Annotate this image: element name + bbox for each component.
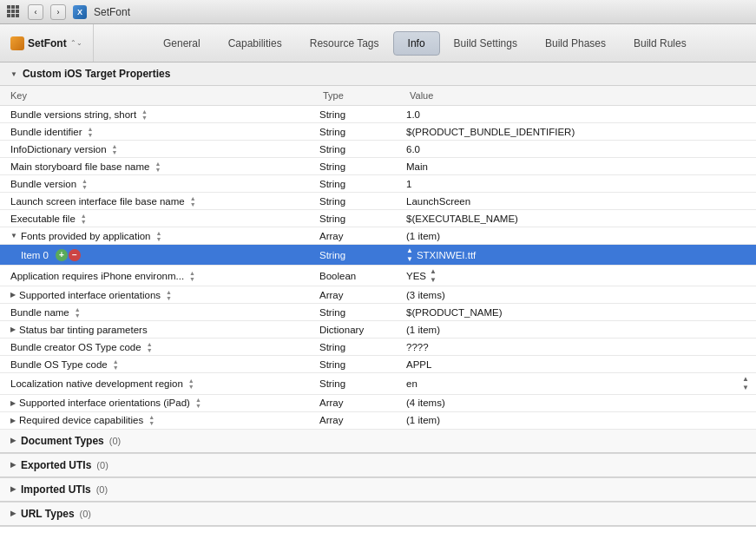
exported-utis-header[interactable]: ▶ Exported UTIs (0) [0, 454, 756, 477]
key-cell: ▶ Supported interface orientations ▲▼ [0, 287, 312, 303]
table-row[interactable]: ▼ Fonts provided by application ▲▼ Array… [0, 227, 756, 245]
table-row[interactable]: ▶ Supported interface orientations (iPad… [0, 395, 756, 412]
key-cell: Bundle versions string, short ▲▼ [0, 107, 312, 122]
tab-resource-tags[interactable]: Resource Tags [296, 31, 393, 56]
table-row[interactable]: ▶ Supported interface orientations ▲▼ Ar… [0, 286, 756, 304]
value-cell: (1 item) [399, 413, 756, 427]
table-row[interactable]: Launch screen interface file base name ▲… [0, 193, 756, 210]
value-cell: Main [399, 160, 756, 174]
value-cell: $(PRODUCT_BUNDLE_IDENTIFIER) [399, 125, 756, 139]
table-row[interactable]: Bundle creator OS Type code ▲▼ String ??… [0, 339, 756, 356]
header-key: Key [0, 89, 312, 102]
value-cell: (4 items) [399, 396, 756, 410]
table-row-selected[interactable]: Item 0 + − String ▲▼ STXINWEI.ttf [0, 245, 756, 266]
expand-row-icon: ▼ [10, 232, 17, 240]
project-chevron-icon: ⌃⌄ [70, 39, 82, 47]
sort-arrows-icon: ▲▼ [189, 270, 195, 282]
table-row[interactable]: ▶ Required device capabilities ▲▼ Array … [0, 412, 756, 430]
table-row[interactable]: ▶ Status bar tinting parameters Dictiona… [0, 321, 756, 339]
key-cell: InfoDictionary version ▲▼ [0, 141, 312, 157]
imported-utis-section: ▶ Imported UTIs (0) [0, 478, 756, 503]
value-cell: $(PRODUCT_NAME) [399, 306, 756, 319]
value-cell: APPL [399, 358, 756, 371]
imported-utis-header[interactable]: ▶ Imported UTIs (0) [0, 478, 756, 502]
value-cell: en ▲▼ [399, 373, 756, 393]
project-name: SetFont [28, 37, 67, 49]
key-cell: Executable file ▲▼ [0, 211, 312, 227]
key-cell: Item 0 + − [0, 247, 312, 263]
sort-arrows-icon: ▲▼ [82, 178, 88, 190]
value-cell: LaunchScreen [399, 194, 756, 208]
type-cell: String [312, 194, 399, 208]
sort-arrows-icon: ▲▼ [154, 161, 161, 173]
type-cell: String [312, 377, 399, 391]
key-cell: Main storyboard file base name ▲▼ [0, 159, 312, 174]
table-row[interactable]: InfoDictionary version ▲▼ String 6.0 [0, 141, 756, 158]
table-row[interactable]: Bundle versions string, short ▲▼ String … [0, 106, 756, 123]
key-cell: Bundle version ▲▼ [0, 176, 312, 192]
grid-icon[interactable] [7, 5, 21, 19]
table-row[interactable]: Bundle name ▲▼ String $(PRODUCT_NAME) [0, 304, 756, 321]
value-stepper-icon[interactable]: ▲▼ [742, 375, 749, 391]
key-cell: Application requires iPhone environm... … [0, 268, 312, 284]
type-cell: Array [312, 396, 399, 410]
table-row[interactable]: Bundle version ▲▼ String 1 [0, 175, 756, 193]
document-types-header[interactable]: ▶ Document Types (0) [0, 430, 756, 453]
type-cell: Boolean [312, 269, 399, 283]
sort-arrows-icon: ▲▼ [87, 126, 93, 138]
url-types-header[interactable]: ▶ URL Types (0) [0, 503, 756, 526]
value-cell: 6.0 [399, 142, 756, 156]
key-cell: Bundle name ▲▼ [0, 305, 312, 320]
window-controls [7, 5, 21, 19]
table-row[interactable]: Bundle identifier ▲▼ String $(PRODUCT_BU… [0, 123, 756, 141]
value-cell: YES ▲▼ [399, 266, 756, 286]
sort-arrows-icon: ▲▼ [112, 143, 118, 155]
forward-button[interactable]: › [50, 4, 66, 20]
expand-icon: ▼ [10, 70, 17, 78]
tab-bar: General Capabilities Resource Tags Info … [94, 24, 756, 62]
value-cell: (1 item) [399, 323, 756, 337]
window-title: SetFont [94, 6, 130, 18]
table-row[interactable]: Localization native development region ▲… [0, 373, 756, 394]
remove-button[interactable]: − [69, 249, 81, 261]
expand-row-icon: ▶ [10, 325, 16, 333]
back-button[interactable]: ‹ [28, 4, 43, 20]
key-cell: Bundle OS Type code ▲▼ [0, 357, 312, 372]
type-cell: Dictionary [312, 323, 399, 337]
type-cell: String [312, 160, 399, 174]
table-row[interactable]: Application requires iPhone environm... … [0, 266, 756, 286]
tab-build-settings[interactable]: Build Settings [440, 31, 531, 56]
table-row[interactable]: Main storyboard file base name ▲▼ String… [0, 158, 756, 175]
value-cell: (1 item) [399, 229, 756, 243]
key-cell: Localization native development region ▲… [0, 376, 312, 391]
sort-arrows-icon: ▲▼ [188, 378, 194, 390]
section-label: URL Types [21, 508, 75, 520]
project-selector[interactable]: SetFont ⌃⌄ [0, 24, 94, 62]
document-types-section: ▶ Document Types (0) [0, 430, 756, 454]
add-button[interactable]: + [56, 249, 68, 261]
tab-info[interactable]: Info [393, 31, 440, 56]
tab-capabilities[interactable]: Capabilities [214, 31, 296, 56]
sort-arrows-icon: ▲▼ [81, 213, 87, 225]
tab-build-rules[interactable]: Build Rules [620, 31, 700, 56]
tab-general[interactable]: General [149, 31, 214, 56]
exported-utis-section: ▶ Exported UTIs (0) [0, 454, 756, 478]
type-cell: String [312, 248, 399, 262]
type-cell: String [312, 177, 399, 191]
table-row[interactable]: Bundle OS Type code ▲▼ String APPL [0, 356, 756, 373]
tab-build-phases[interactable]: Build Phases [531, 31, 620, 56]
title-bar: ‹ › X SetFont [0, 0, 756, 24]
value-stepper-icon[interactable]: ▲▼ [430, 267, 437, 284]
table-row[interactable]: Executable file ▲▼ String $(EXECUTABLE_N… [0, 210, 756, 227]
custom-properties-header[interactable]: ▼ Custom iOS Target Properties [0, 62, 756, 86]
key-cell: ▶ Required device capabilities ▲▼ [0, 412, 312, 428]
expand-row-icon: ▶ [10, 291, 16, 299]
sort-arrows-icon: ▲▼ [75, 306, 81, 319]
section-badge: (0) [96, 460, 108, 470]
key-cell: Launch screen interface file base name ▲… [0, 194, 312, 209]
url-types-section: ▶ URL Types (0) [0, 503, 756, 527]
type-cell: String [312, 306, 399, 319]
value-stepper-icon[interactable]: ▲▼ [406, 246, 413, 263]
type-cell: Array [312, 413, 399, 427]
section-label: Document Types [21, 435, 104, 447]
